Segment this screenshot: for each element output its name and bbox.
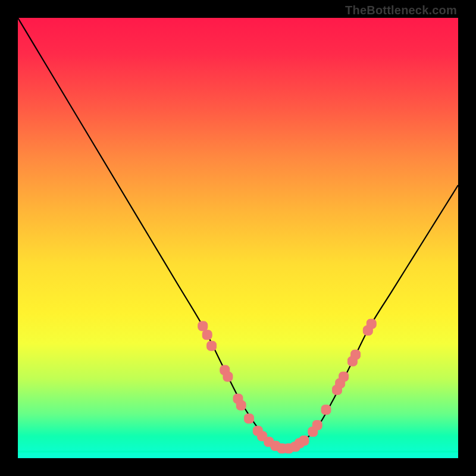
data-marker <box>277 444 287 453</box>
data-marker <box>253 426 262 436</box>
data-marker <box>347 356 357 366</box>
data-marker <box>220 365 230 375</box>
plot-area <box>18 18 458 458</box>
data-marker <box>258 431 267 441</box>
data-marker <box>312 421 322 430</box>
data-marker <box>233 394 243 403</box>
data-marker <box>223 372 233 381</box>
chart-overlay <box>18 18 458 458</box>
chart-container: TheBottleneck.com <box>0 0 476 476</box>
data-marker <box>336 378 345 388</box>
data-marker <box>351 350 361 359</box>
bottleneck-curve <box>18 18 458 449</box>
data-marker <box>295 439 305 448</box>
data-marker <box>202 330 212 340</box>
data-marker <box>333 385 342 394</box>
data-marker <box>245 414 254 423</box>
attribution-label: TheBottleneck.com <box>345 4 457 17</box>
data-marker <box>321 405 331 415</box>
data-marker <box>367 319 376 328</box>
data-marker <box>299 436 309 445</box>
data-markers <box>198 319 376 453</box>
data-marker <box>308 427 318 437</box>
data-marker <box>264 437 274 447</box>
data-marker <box>284 444 293 453</box>
data-marker <box>207 341 217 350</box>
data-marker <box>271 441 280 450</box>
data-marker <box>236 400 246 410</box>
data-marker <box>339 372 349 381</box>
data-marker <box>290 442 300 452</box>
data-marker <box>363 325 372 335</box>
data-marker <box>198 321 208 331</box>
